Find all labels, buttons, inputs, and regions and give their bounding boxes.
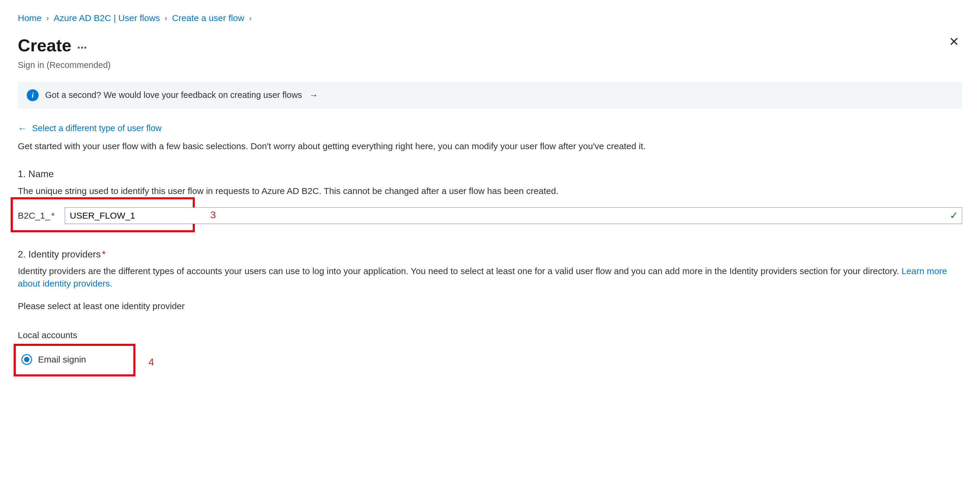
section-idp-desc: Identity providers are the different typ…	[18, 265, 962, 290]
section-name-heading: 1. Name	[18, 167, 962, 181]
more-actions-icon[interactable]: •••	[78, 42, 87, 53]
page-subtitle: Sign in (Recommended)	[18, 59, 111, 71]
section-name-desc: The unique string used to identify this …	[18, 185, 962, 197]
breadcrumb-user-flows[interactable]: Azure AD B2C | User flows	[54, 12, 160, 24]
feedback-banner[interactable]: i Got a second? We would love your feedb…	[18, 82, 962, 109]
user-flow-name-input[interactable]	[65, 207, 962, 224]
checkmark-icon: ✓	[950, 209, 958, 223]
breadcrumb-create-user-flow[interactable]: Create a user flow	[172, 12, 244, 24]
radio-email-signin[interactable]: Email signin 4	[18, 351, 90, 368]
arrow-right-icon: →	[309, 89, 318, 101]
breadcrumb: Home › Azure AD B2C | User flows › Creat…	[18, 12, 962, 24]
select-different-flow-link[interactable]: Select a different type of user flow	[32, 122, 162, 135]
local-accounts-label: Local accounts	[18, 329, 962, 341]
section-idp-heading: 2. Identity providers*	[18, 248, 962, 261]
radio-email-label: Email signin	[38, 353, 86, 366]
intro-text: Get started with your user flow with a f…	[18, 140, 962, 152]
breadcrumb-home[interactable]: Home	[18, 12, 41, 24]
annotation-label-4: 4	[148, 355, 154, 369]
close-icon[interactable]: ✕	[946, 33, 962, 51]
select-provider-msg: Please select at least one identity prov…	[18, 300, 962, 312]
feedback-text: Got a second? We would love your feedbac…	[45, 89, 302, 101]
required-star-icon: *	[51, 209, 55, 222]
info-icon: i	[27, 89, 38, 101]
required-star-icon: *	[102, 249, 105, 260]
annotation-label-3: 3	[210, 208, 216, 222]
chevron-right-icon: ›	[249, 13, 252, 24]
page-title: Create	[18, 33, 72, 57]
name-prefix-label: B2C_1_*	[18, 209, 55, 222]
arrow-left-icon: ←	[18, 122, 27, 135]
chevron-right-icon: ›	[165, 13, 167, 24]
chevron-right-icon: ›	[46, 13, 49, 24]
radio-selected-icon	[21, 354, 32, 365]
